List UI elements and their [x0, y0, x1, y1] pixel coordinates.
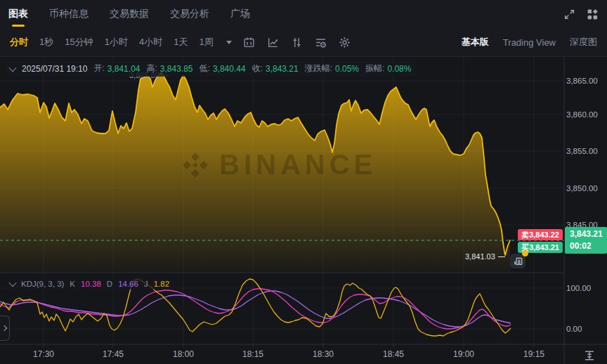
- interval-fenshi[interactable]: 分时: [10, 36, 28, 48]
- order-quote-badges: 卖 3,843.22 买 3,843.21: [518, 229, 563, 253]
- kdj-k-label: K: [70, 280, 75, 288]
- chevron-right-icon: [1, 325, 6, 331]
- low-label: 低:: [200, 63, 210, 74]
- trading-chart-app: BINANCE 图表 币种信息 交易数据 交易分析 广场: [0, 0, 607, 364]
- amplitude-value: 0.08%: [387, 64, 411, 74]
- price-scale-icon[interactable]: [583, 350, 596, 361]
- kdj-header: KDJ(9, 3, 3) K 10.38 D 14.66 J 1.82: [6, 278, 175, 290]
- high-value: 3,843.85: [160, 64, 193, 74]
- ohlc-info-row: 2025/07/31 19:10 开:3,841.04 高:3,843.85 低…: [6, 60, 417, 77]
- change-label: 涨跌幅:: [305, 63, 332, 74]
- kdj-j-label: J: [144, 280, 148, 288]
- chart-toolbar: 分时 1秒 15分钟 1小时 4小时 1天 1周: [0, 28, 607, 57]
- notification-dot: [522, 250, 528, 256]
- kdj-d-value: 14.66: [118, 280, 138, 288]
- last-price-badge: 3,843.21 00:02: [565, 227, 607, 254]
- view-basic[interactable]: 基本版: [462, 36, 489, 48]
- widgets-icon[interactable]: [587, 8, 599, 20]
- expand-icon[interactable]: [563, 8, 575, 20]
- sell-price: 3,843.22: [529, 230, 559, 239]
- interval-1s[interactable]: 1秒: [39, 36, 53, 48]
- view-depth[interactable]: 深度图: [570, 36, 597, 48]
- interval-dropdown-caret[interactable]: [226, 41, 232, 44]
- buy-price: 3,843.21: [529, 243, 559, 252]
- last-price-value: 3,843.21: [570, 228, 607, 240]
- change-value: 0.05%: [335, 64, 359, 74]
- interval-15m[interactable]: 15分钟: [65, 36, 93, 48]
- interval-1w[interactable]: 1周: [199, 36, 213, 48]
- session-low-label: 3,841.03: [465, 252, 505, 261]
- interval-1h[interactable]: 1小时: [105, 36, 128, 48]
- low-value: 3,840.44: [213, 64, 246, 74]
- calendar-icon[interactable]: [243, 37, 255, 48]
- interval-4h[interactable]: 4小时: [139, 36, 162, 48]
- tab-trade-analysis[interactable]: 交易分析: [170, 0, 209, 28]
- close-label: 收:: [252, 63, 263, 74]
- sell-label: 卖: [521, 230, 529, 240]
- view-tradingview[interactable]: Trading View: [503, 37, 556, 48]
- kdj-d-label: D: [107, 280, 112, 288]
- amplitude-label: 振幅:: [365, 63, 384, 74]
- tab-coin-info[interactable]: 币种信息: [49, 0, 89, 28]
- ohlc-datetime: 2025/07/31 19:10: [22, 64, 87, 74]
- tab-trading-data[interactable]: 交易数据: [110, 0, 149, 28]
- kdj-j-value: 1.82: [154, 280, 169, 288]
- indicator-list-icon[interactable]: [315, 37, 327, 48]
- close-value: 3,843.21: [266, 64, 299, 74]
- low-mark-dash: [498, 256, 505, 257]
- collapse-chevron-icon[interactable]: [8, 63, 16, 71]
- gear-icon[interactable]: [339, 37, 351, 48]
- kdj-k-value: 10.38: [81, 280, 101, 288]
- candle-countdown: 00:02: [570, 240, 607, 252]
- interval-1d[interactable]: 1天: [174, 36, 188, 48]
- tab-chart[interactable]: 图表: [8, 0, 28, 28]
- orderbook-button[interactable]: [510, 254, 526, 268]
- high-label: 高:: [146, 63, 157, 74]
- trend-line-icon[interactable]: [267, 37, 279, 48]
- open-value: 3,841.04: [107, 64, 141, 74]
- sell-badge[interactable]: 卖 3,843.22: [518, 229, 563, 240]
- kdj-collapse-chevron-icon[interactable]: [8, 279, 16, 287]
- tab-square[interactable]: 广场: [230, 0, 250, 28]
- panel-expand-handle[interactable]: [0, 316, 10, 341]
- open-label: 开:: [93, 63, 104, 74]
- orderbook-icon: [514, 256, 523, 266]
- top-tab-bar: 图表 币种信息 交易数据 交易分析 广场: [0, 0, 607, 28]
- kdj-title: KDJ(9, 3, 3): [21, 280, 64, 288]
- sliders-icon[interactable]: [291, 37, 303, 48]
